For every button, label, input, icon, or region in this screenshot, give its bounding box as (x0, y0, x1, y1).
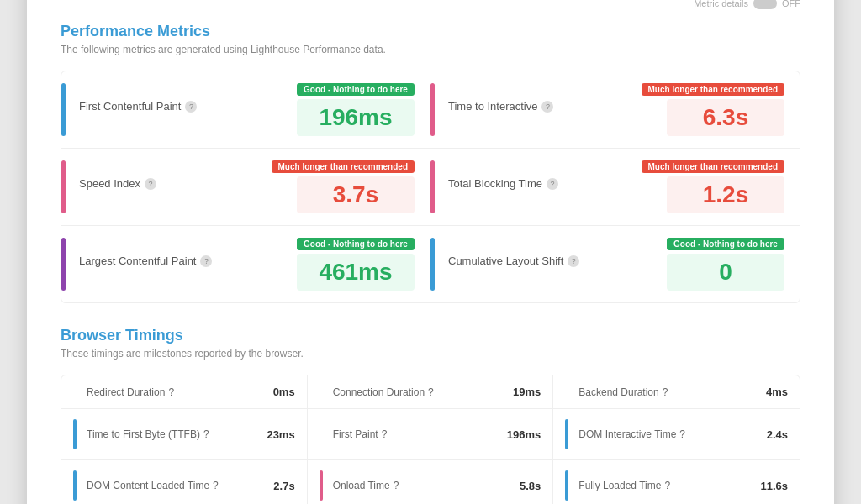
metric-label-fcp: First Contentful Paint ? (79, 100, 280, 113)
performance-desc: The following metrics are generated usin… (61, 44, 386, 55)
timing-cell-backend: Backend Duration ? 4ms (553, 375, 800, 409)
timing-bar-fully-loaded (565, 470, 568, 501)
timing-cell-dom-loaded: DOM Content Loaded Time ? 2.7s (61, 460, 308, 504)
metric-bar-fcp (61, 83, 66, 136)
metric-bar-lcp (61, 238, 66, 291)
timing-label-backend: Backend Duration ? (578, 386, 766, 398)
metric-value-tti: 6.3s (667, 99, 784, 136)
metric-card-si: Speed Index ? Much longer than recommend… (61, 149, 430, 226)
timing-value-onload: 5.8s (520, 480, 541, 492)
metric-bar-tbt (430, 160, 435, 213)
timing-label-dom-interactive: DOM Interactive Time ? (578, 428, 766, 440)
metric-value-cls: 0 (667, 254, 784, 291)
metric-card-tti: Time to Interactive ? Much longer than r… (430, 71, 800, 149)
toggle-state: OFF (782, 0, 800, 8)
question-icon-timing-ttfb[interactable]: ? (203, 428, 209, 440)
status-badge-cls: Good - Nothing to do here (667, 238, 784, 250)
metric-label-tti: Time to Interactive ? (448, 100, 642, 113)
metric-label-tbt: Total Blocking Time ? (448, 177, 642, 190)
question-icon-tbt[interactable]: ? (547, 178, 558, 190)
timing-cell-connection: Connection Duration ? 19ms (308, 375, 554, 409)
status-badge-lcp: Good - Nothing to do here (297, 238, 415, 250)
status-badge-tbt: Much longer than recommended (642, 160, 784, 173)
timing-value-fully-loaded: 11.6s (760, 480, 788, 492)
metric-bar-si (61, 160, 66, 213)
metric-card-cls: Cumulative Layout Shift ? Good - Nothing… (430, 226, 800, 302)
question-icon-tti[interactable]: ? (541, 101, 553, 113)
metric-info-tbt: Total Blocking Time ? (448, 160, 642, 213)
timing-cell-dom-interactive: DOM Interactive Time ? 2.4s (553, 409, 800, 460)
timing-cell-fully-loaded: Fully Loaded Time ? 11.6s (553, 460, 800, 504)
timing-value-dom-interactive: 2.4s (767, 428, 788, 441)
metric-value-block-tti: Much longer than recommended 6.3s (642, 83, 784, 136)
metric-label-cls: Cumulative Layout Shift ? (448, 255, 650, 267)
question-icon-timing-first-paint[interactable]: ? (382, 428, 388, 440)
metric-info-si: Speed Index ? (79, 160, 272, 213)
metric-value-fcp: 196ms (297, 99, 415, 136)
timing-bar-onload (320, 470, 323, 501)
timing-value-backend: 4ms (766, 386, 788, 398)
metric-value-tbt: 1.2s (667, 176, 784, 213)
performance-title: Performance Metrics (61, 23, 386, 40)
timing-label-onload: Onload Time ? (333, 480, 520, 491)
metric-card-lcp: Largest Contentful Paint ? Good - Nothin… (61, 226, 430, 302)
timing-value-ttfb: 23ms (267, 428, 294, 441)
timings-grid: Redirect Duration ? 0ms Connection Durat… (61, 375, 800, 504)
status-badge-tti: Much longer than recommended (642, 83, 784, 96)
timing-label-fully-loaded: Fully Loaded Time ? (578, 480, 760, 491)
timing-value-redirect: 0ms (273, 386, 295, 398)
question-icon-timing-dom-interactive[interactable]: ? (679, 428, 685, 440)
metric-value-block-cls: Good - Nothing to do here 0 (650, 238, 784, 291)
timing-bar-ttfb (73, 419, 77, 449)
question-icon-si[interactable]: ? (145, 178, 156, 190)
metric-value-lcp: 461ms (297, 254, 415, 291)
timing-cell-onload: Onload Time ? 5.8s (308, 460, 554, 504)
timing-label-redirect: Redirect Duration ? (87, 386, 273, 398)
metric-label-lcp: Largest Contentful Paint ? (79, 255, 280, 267)
metric-info-lcp: Largest Contentful Paint ? (79, 238, 280, 291)
timing-cell-first-paint: First Paint ? 196ms (308, 409, 554, 460)
browser-window: Performance Metrics The following metric… (27, 0, 834, 504)
toggle-switch[interactable] (753, 0, 777, 9)
timing-cell-redirect: Redirect Duration ? 0ms (61, 375, 308, 409)
timing-label-connection: Connection Duration ? (333, 386, 513, 398)
metric-toggle[interactable]: Metric details OFF (694, 0, 800, 9)
timing-value-first-paint: 196ms (507, 428, 541, 441)
metric-label-si: Speed Index ? (79, 177, 272, 190)
question-icon-timing-redirect[interactable]: ? (168, 386, 174, 398)
timing-value-connection: 19ms (513, 386, 541, 398)
metric-card-tbt: Total Blocking Time ? Much longer than r… (430, 149, 800, 226)
metric-info-fcp: First Contentful Paint ? (79, 83, 280, 136)
question-icon-timing-onload[interactable]: ? (394, 480, 399, 491)
status-badge-fcp: Good - Nothing to do here (297, 83, 415, 96)
metric-value-si: 3.7s (297, 176, 415, 213)
metric-value-block-lcp: Good - Nothing to do here 461ms (280, 238, 415, 291)
status-badge-si: Much longer than recommended (272, 160, 415, 173)
browser-timings-title: Browser Timings (61, 327, 800, 344)
timing-label-first-paint: First Paint ? (333, 428, 507, 440)
question-icon-cls[interactable]: ? (568, 255, 579, 267)
metric-value-block-fcp: Good - Nothing to do here 196ms (280, 83, 415, 136)
metric-info-cls: Cumulative Layout Shift ? (448, 238, 650, 291)
metrics-grid: First Contentful Paint ? Good - Nothing … (61, 71, 800, 303)
question-icon-timing-dom-loaded[interactable]: ? (213, 480, 219, 491)
performance-header: Performance Metrics The following metric… (61, 23, 800, 71)
timing-cell-ttfb: Time to First Byte (TTFB) ? 23ms (61, 409, 308, 460)
question-icon-timing-backend[interactable]: ? (663, 386, 668, 398)
question-icon-timing-fully-loaded[interactable]: ? (664, 480, 670, 491)
toggle-label: Metric details (694, 0, 748, 8)
timing-value-dom-loaded: 2.7s (273, 480, 294, 492)
metric-value-block-si: Much longer than recommended 3.7s (272, 160, 415, 213)
timing-bar-dom-loaded (73, 470, 77, 501)
timing-label-ttfb: Time to First Byte (TTFB) ? (87, 428, 267, 440)
timing-bar-dom-interactive (565, 419, 568, 449)
question-icon-fcp[interactable]: ? (185, 101, 197, 113)
metric-info-tti: Time to Interactive ? (448, 83, 642, 136)
main-content: Performance Metrics The following metric… (27, 0, 834, 504)
browser-timings-desc: These timings are milestones reported by… (61, 348, 800, 360)
question-icon-lcp[interactable]: ? (200, 255, 212, 267)
metric-bar-tti (430, 83, 435, 136)
metric-value-block-tbt: Much longer than recommended 1.2s (642, 160, 784, 213)
timing-label-dom-loaded: DOM Content Loaded Time ? (87, 480, 273, 491)
question-icon-timing-connection[interactable]: ? (428, 386, 434, 398)
